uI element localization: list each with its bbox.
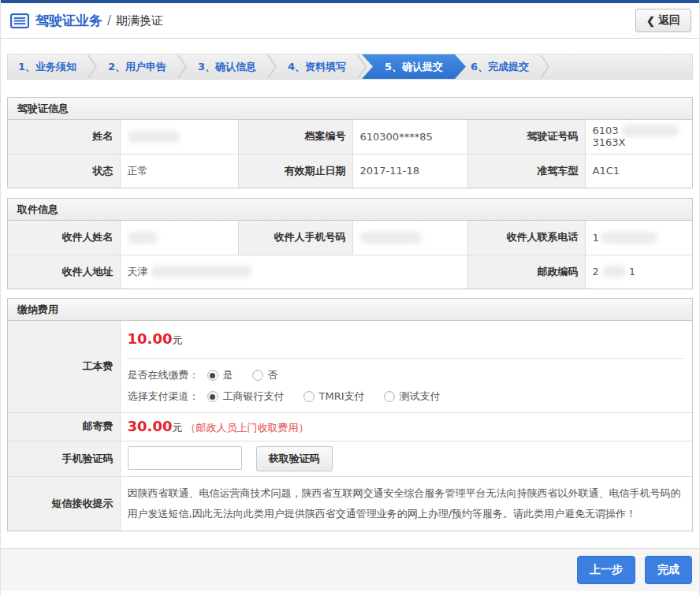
sms-code-label: 手机验证码 [8, 441, 120, 476]
license-no-value: 61033163X [585, 120, 692, 154]
step-6-finish-submit[interactable]: 6、完成提交 [460, 54, 539, 79]
redacted-value [622, 125, 679, 136]
status-label: 状态 [8, 154, 120, 188]
fees-section: 缴纳费用 工本费 10.00元 是否在线缴费： 是 否 选择支付渠道： 工商银行… [7, 298, 693, 531]
divider [128, 358, 685, 359]
table-row: 短信接收提示 因陕西省联通、电信运营商技术问题，陕西省互联网交通安全综合服务管理… [8, 476, 692, 531]
file-no-value: 610300****85 [352, 120, 467, 154]
table-row: 收件人地址 天津 邮政编码 21 [8, 255, 692, 289]
recipient-phone-label: 收件人联系电话 [467, 221, 585, 255]
radio-unchecked-icon[interactable] [384, 391, 395, 402]
recipient-name-label: 收件人姓名 [8, 221, 120, 255]
finish-button[interactable]: 完成 [645, 556, 692, 584]
step-4-fill-data[interactable]: 4、资料填写 [277, 54, 356, 79]
channel-tmri-option[interactable]: TMRI支付 [303, 389, 365, 404]
table-row: 状态 正常 有效期止日期 2017-11-18 准驾车型 A1C1 [8, 154, 692, 188]
step-1-business-notice[interactable]: 1、业务须知 [8, 54, 87, 79]
fees-table: 工本费 10.00元 是否在线缴费： 是 否 选择支付渠道： 工商银行支付 TM… [8, 321, 692, 531]
address-value: 天津 [120, 255, 467, 289]
pay-channel-label: 选择支付渠道： [128, 389, 199, 404]
radio-unchecked-icon[interactable] [303, 391, 315, 402]
chevron-right-icon [87, 54, 98, 79]
license-info-section: 驾驶证信息 姓名 档案编号 610300****85 驾驶证号码 6103316… [7, 97, 693, 188]
page-title: 驾驶证业务 [35, 12, 102, 30]
pickup-info-table: 收件人姓名 收件人手机号码 收件人联系电话 1 收件人地址 天津 邮政编码 21 [8, 221, 692, 289]
postage-label: 邮寄费 [8, 412, 120, 441]
license-no-label: 驾驶证号码 [467, 120, 585, 154]
vehicle-class-value: A1C1 [585, 154, 692, 188]
recipient-mobile-value [352, 221, 467, 255]
radio-checked-icon[interactable] [207, 391, 218, 402]
radio-unchecked-icon[interactable] [252, 370, 263, 381]
license-form-icon [10, 13, 29, 28]
cost-amount: 10.00元 [128, 330, 685, 348]
fees-section-title: 缴纳费用 [8, 299, 692, 321]
table-row: 邮寄费 30.00元（邮政人员上门收取费用） [8, 412, 692, 441]
back-chevron-icon: ❮ [646, 15, 655, 27]
redacted-value [601, 232, 657, 244]
redacted-value [602, 266, 626, 278]
channel-test-option[interactable]: 测试支付 [384, 389, 441, 404]
license-section-title: 驾驶证信息 [8, 98, 692, 120]
breadcrumb-divider: / [107, 13, 111, 28]
postage-note: （邮政人员上门收取费用） [185, 422, 308, 434]
sms-code-cell: 获取验证码 [120, 441, 692, 476]
file-no-label: 档案编号 [238, 120, 352, 154]
radio-checked-icon[interactable] [207, 370, 218, 381]
postage-cell: 30.00元（邮政人员上门收取费用） [120, 412, 692, 441]
status-value: 正常 [120, 154, 238, 188]
channel-icbc-option[interactable]: 工商银行支付 [207, 389, 285, 404]
recipient-phone-value: 1 [585, 221, 692, 255]
online-pay-yes-option[interactable]: 是 [207, 368, 233, 382]
step-2-user-declaration[interactable]: 2、用户申告 [98, 54, 177, 79]
license-info-table: 姓名 档案编号 610300****85 驾驶证号码 61033163X 状态 … [8, 120, 692, 188]
sms-tip-text: 因陕西省联通、电信运营商技术问题，陕西省互联网交通安全综合服务管理平台无法向持陕… [120, 476, 692, 531]
header: 驾驶证业务 / 期满换证 ❮ 返回 [1, 3, 699, 39]
redacted-value [360, 232, 422, 244]
table-row: 手机验证码 获取验证码 [8, 441, 692, 476]
previous-step-button[interactable]: 上一步 [577, 556, 635, 584]
pickup-section-title: 取件信息 [8, 199, 692, 221]
postcode-label: 邮政编码 [467, 255, 585, 289]
postcode-value: 21 [585, 255, 692, 289]
recipient-mobile-label: 收件人手机号码 [238, 221, 352, 255]
sms-code-input[interactable] [128, 446, 242, 470]
pickup-info-section: 取件信息 收件人姓名 收件人手机号码 收件人联系电话 1 收件人地址 天津 邮政… [7, 198, 693, 289]
chevron-right-icon [266, 54, 277, 79]
cost-label: 工本费 [8, 321, 120, 412]
name-label: 姓名 [8, 120, 120, 154]
address-label: 收件人地址 [8, 255, 120, 289]
redacted-value [128, 232, 158, 244]
table-row: 工本费 10.00元 是否在线缴费： 是 否 选择支付渠道： 工商银行支付 TM… [8, 321, 692, 412]
vehicle-class-label: 准驾车型 [467, 154, 585, 188]
step-3-confirm-info[interactable]: 3、确认信息 [188, 54, 266, 79]
redacted-value [151, 266, 251, 278]
sms-tip-label: 短信接收提示 [8, 476, 120, 531]
footer-bar: 上一步 完成 [1, 548, 699, 591]
table-row: 姓名 档案编号 610300****85 驾驶证号码 61033163X [8, 120, 692, 154]
cost-cell: 10.00元 是否在线缴费： 是 否 选择支付渠道： 工商银行支付 TMRI支付… [120, 321, 692, 412]
step-5-confirm-submit-active[interactable]: 5、确认提交 [362, 54, 466, 79]
table-row: 收件人姓名 收件人手机号码 收件人联系电话 1 [8, 221, 692, 255]
expiry-label: 有效期止日期 [238, 154, 352, 188]
redacted-value [128, 131, 180, 143]
expiry-value: 2017-11-18 [352, 154, 467, 188]
online-pay-label: 是否在线缴费： [128, 368, 199, 382]
chevron-right-icon [177, 54, 188, 79]
page: 驾驶证业务 / 期满换证 ❮ 返回 1、业务须知 2、用户申告 3、确认信息 4… [0, 0, 700, 596]
get-code-button[interactable]: 获取验证码 [256, 446, 333, 471]
pay-channel-row: 选择支付渠道： 工商银行支付 TMRI支付 测试支付 [128, 389, 685, 404]
postage-amount: 30.00 [128, 418, 173, 434]
recipient-name-value [120, 221, 238, 255]
breadcrumb-current: 期满换证 [116, 13, 163, 28]
back-button-label: 返回 [658, 13, 680, 28]
name-value [120, 120, 238, 154]
back-button[interactable]: ❮ 返回 [635, 9, 691, 32]
chevron-right-icon [539, 54, 550, 79]
online-pay-row: 是否在线缴费： 是 否 [128, 368, 685, 382]
online-pay-no-option[interactable]: 否 [252, 368, 278, 382]
step-navigation: 1、业务须知 2、用户申告 3、确认信息 4、资料填写 5、确认提交 6、完成提… [7, 54, 693, 80]
